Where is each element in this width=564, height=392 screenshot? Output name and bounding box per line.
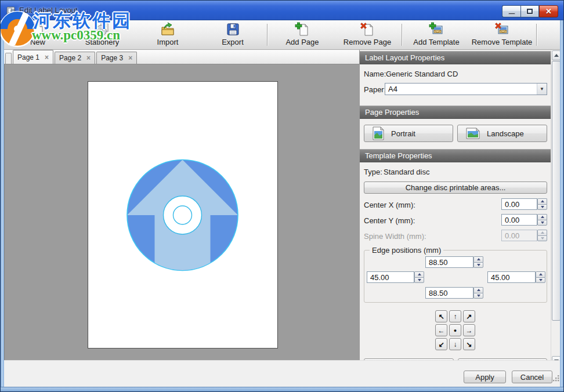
spin-down-button[interactable] [536,277,545,284]
window-border-left [1,20,4,391]
edge-top-input[interactable]: 88.50 [425,256,473,268]
minimize-button[interactable] [502,5,520,17]
tab-label: Page 2 [59,54,81,62]
title-bar[interactable]: Edit Label Layout ✕ [1,1,563,20]
spin-up-button[interactable] [536,271,545,277]
tab-page-2[interactable]: Page 2 × [55,52,95,64]
spin-down-button[interactable] [537,204,547,210]
window-border-bottom [1,387,563,391]
spin-up-button [537,230,547,235]
tab-label: Page 1 [17,53,39,61]
nudge-up-left-button[interactable]: ↖ [435,310,447,322]
paper-dropdown-button[interactable]: ▼ [537,84,547,95]
spin-down-button[interactable] [414,277,424,284]
tab-strip-spacer [5,53,12,64]
edge-bottom-input[interactable]: 88.50 [425,287,473,299]
nudge-down-right-button[interactable]: ↘ [463,338,475,350]
apply-button[interactable]: Apply [464,371,506,383]
nudge-down-left-button[interactable]: ↙ [435,338,447,350]
disc-hole-circle [173,206,192,224]
landscape-label: Landscape [487,129,524,138]
stationery-button[interactable]: Stationery [73,22,131,46]
import-button[interactable]: Import [142,22,194,46]
remove-template-button[interactable]: Remove Template [468,22,536,46]
label-page-preview[interactable] [88,81,278,349]
page-properties-header: Page Properties [360,106,551,119]
tab-page-1[interactable]: Page 1 × [13,50,53,64]
add-template-button[interactable]: Add Template [407,22,465,46]
remove-page-button[interactable]: Remove Page [335,22,399,46]
nudge-up-right-button[interactable]: ↗ [463,310,475,322]
tab-close-icon[interactable]: × [86,55,91,61]
spine-width-spinner [537,230,547,241]
scrollbar-thumb[interactable] [552,61,561,321]
type-label: Type: [364,168,382,176]
remove-page-label: Remove Page [344,38,391,46]
disc-preview[interactable] [88,82,277,348]
template-properties-header: Template Properties [360,149,551,162]
spin-up-button[interactable] [414,271,424,277]
name-label: Name: [364,70,386,78]
portrait-icon [373,126,384,140]
scroll-up-button[interactable] [552,50,561,60]
spin-up-button[interactable] [473,287,483,293]
remove-template-label: Remove Template [472,38,533,46]
paper-select[interactable]: A4 ▼ [385,83,547,95]
maximize-icon [527,9,533,14]
landscape-button[interactable]: Landscape [457,125,547,142]
edit-label-layout-window: Edit Label Layout ✕ New [0,0,564,392]
nudge-left-button[interactable]: ← [435,324,447,336]
name-value: Generic Standard CD [386,70,458,78]
paper-label: Paper: [364,85,386,94]
spin-up-button[interactable] [537,198,547,204]
nudge-down-button[interactable]: ↓ [449,338,461,350]
edge-left-input[interactable]: 45.00 [367,271,414,283]
new-button[interactable]: New [15,22,61,46]
nudge-right-button[interactable]: → [463,324,475,336]
footer-bar: Apply Cancel [1,360,564,388]
edge-right-input[interactable]: 45.00 [487,271,536,283]
change-printable-areas-label: Change disc printable areas... [406,183,506,192]
center-y-input[interactable]: 0.00 [501,214,537,226]
tab-label: Page 3 [101,54,123,62]
edge-right-spinner [536,271,545,283]
add-page-button[interactable]: Add Page [276,22,328,46]
center-y-label: Center Y (mm): [364,216,415,225]
add-page-icon [295,22,310,37]
nudge-center-button[interactable]: ● [449,324,461,336]
spine-width-label: Spine Width (mm): [364,232,426,241]
remove-page-icon [360,22,375,37]
close-button[interactable]: ✕ [539,5,558,17]
tab-close-icon[interactable]: × [128,55,132,61]
cancel-button[interactable]: Cancel [512,371,552,383]
export-label: Export [222,38,244,46]
nudge-up-button[interactable]: ↑ [449,310,461,322]
portrait-button[interactable]: Portrait [364,125,453,142]
window-border-right [560,20,563,391]
spin-up-button[interactable] [473,256,483,262]
apply-label: Apply [475,373,494,382]
tab-close-icon[interactable]: × [45,54,49,61]
remove-template-icon [494,22,509,37]
edge-bottom-spinner [473,287,483,299]
chevron-down-icon: ▼ [540,86,544,92]
spin-down-button[interactable] [537,220,547,226]
label-layout-properties-header: Label Layout Properties [360,51,551,64]
spin-down-button [537,235,547,242]
edge-positions-label: Edge positions (mm) [370,246,443,255]
toolbar-separator [536,24,537,46]
toolbar: New Stationery Import [1,20,564,50]
spin-up-button[interactable] [537,214,547,220]
spin-down-button[interactable] [473,293,483,299]
export-button[interactable]: Export [207,22,259,46]
center-x-input[interactable]: 0.00 [501,198,537,210]
resize-grip[interactable] [552,374,559,382]
spin-down-button[interactable] [473,262,483,268]
cancel-label: Cancel [520,373,544,382]
change-printable-areas-button[interactable]: Change disc printable areas... [364,182,547,194]
maximize-button[interactable] [520,5,539,17]
import-icon [160,22,175,37]
stationery-cd-icon [95,22,110,37]
center-x-spinner [537,198,547,210]
tab-page-3[interactable]: Page 3 × [96,52,137,64]
